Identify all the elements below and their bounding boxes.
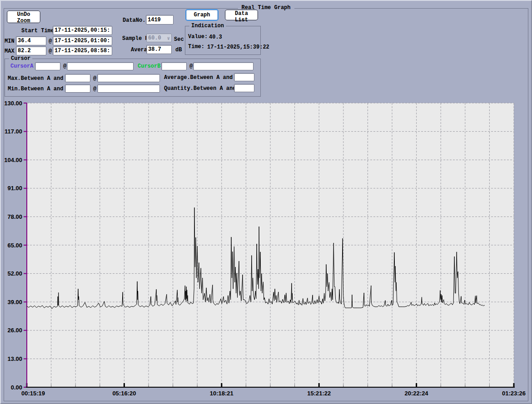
x-tick-label: 20:22:24 (405, 390, 429, 397)
y-tick-label: 130.00 (4, 100, 22, 107)
x-major-tick (513, 383, 515, 387)
y-tick-label: 26.00 (7, 327, 22, 334)
y-tick-label: 39.00 (7, 299, 22, 305)
x-major-tick (221, 383, 222, 387)
x-tick-label: 00:15:19 (21, 390, 45, 397)
y-tick-label: 104.00 (4, 157, 22, 163)
x-major-tick (318, 383, 320, 387)
real-time-graph-window: Real Time Graph UnDo Zoom DataNo. Graph … (0, 0, 532, 404)
y-tick-label: 0.00 (11, 384, 22, 391)
x-tick-label: 10:18:21 (210, 390, 234, 397)
y-tick-label: 78.00 (7, 213, 22, 220)
real-time-line-chart[interactable]: 0.0013.0026.0039.0052.0065.0078.0091.001… (1, 1, 532, 404)
x-tick-label: 05:16:20 (112, 390, 136, 397)
x-major-tick (124, 383, 125, 387)
x-major-tick (416, 383, 417, 387)
x-tick-label: 15:21:22 (307, 390, 331, 397)
y-tick-label: 52.00 (7, 270, 22, 277)
y-tick-label: 91.00 (7, 185, 22, 192)
y-tick-label: 13.00 (7, 355, 22, 362)
y-tick-label: 117.00 (5, 128, 22, 135)
y-tick-label: 65.00 (7, 242, 22, 249)
x-tick-label: 01:23:26 (502, 390, 526, 397)
